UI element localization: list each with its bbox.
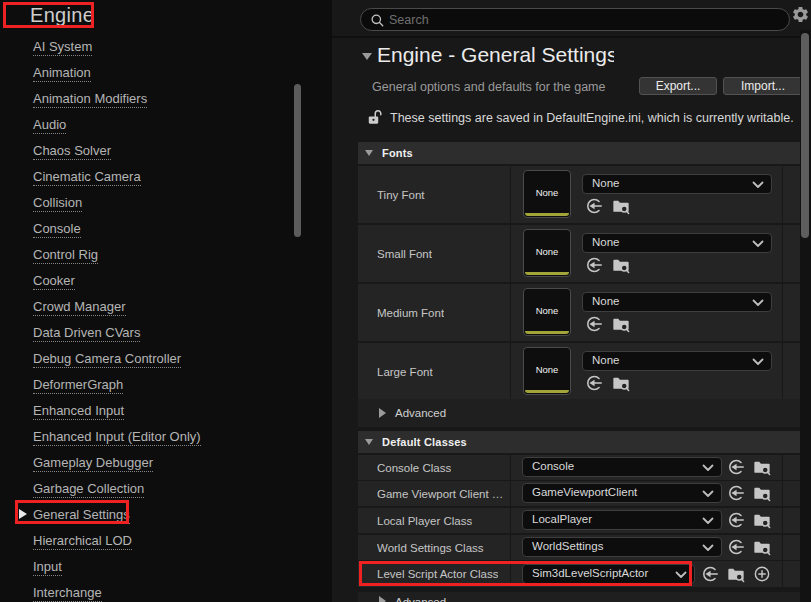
class-dropdown[interactable]: WorldSettings xyxy=(522,537,722,557)
sidebar-item-ai-system[interactable]: AI System xyxy=(0,33,292,59)
add-element-icon[interactable] xyxy=(753,565,771,583)
class-dropdown[interactable]: Sim3dLevelScriptActor xyxy=(522,564,695,584)
sidebar-item-console[interactable]: Console xyxy=(0,215,292,241)
use-selected-asset-icon[interactable] xyxy=(727,538,745,556)
setting-label: Game Viewport Client Class xyxy=(377,488,507,500)
asset-thumbnail[interactable]: None xyxy=(523,288,571,336)
section-header-fonts[interactable]: Fonts xyxy=(358,142,800,164)
export-button[interactable]: Export... xyxy=(639,77,717,95)
chevron-down-icon xyxy=(752,181,764,189)
advanced-expander-fonts[interactable]: Advanced xyxy=(358,399,800,427)
selected-item-pointer-icon xyxy=(19,509,27,519)
unlocked-padlock-icon xyxy=(367,107,383,127)
browse-to-asset-icon[interactable] xyxy=(753,538,771,556)
asset-dropdown[interactable]: None xyxy=(582,174,772,194)
sidebar-item-enhanced-input-editor-only[interactable]: Enhanced Input (Editor Only) xyxy=(0,423,292,449)
page-subtitle: General options and defaults for the gam… xyxy=(372,80,609,94)
ini-save-notice: These settings are saved in DefaultEngin… xyxy=(390,111,794,125)
sidebar-item-enhanced-input[interactable]: Enhanced Input xyxy=(0,397,292,423)
chevron-down-icon xyxy=(702,544,714,552)
sidebar-item-collision[interactable]: Collision xyxy=(0,189,292,215)
sidebar-category-list: AI System Animation Animation Modifiers … xyxy=(0,33,292,602)
sidebar-item-animation-modifiers[interactable]: Animation Modifiers xyxy=(0,85,292,111)
setting-label: Local Player Class xyxy=(377,515,472,527)
toolbar-divider xyxy=(332,36,811,38)
sidebar-item-deformergraph[interactable]: DeformerGraph xyxy=(0,371,292,397)
panel-scrollbar-thumb[interactable] xyxy=(801,33,809,238)
advanced-expander-classes[interactable]: Advanced xyxy=(358,592,800,602)
class-dropdown[interactable]: LocalPlayer xyxy=(522,510,722,530)
sidebar-item-crowd-manager[interactable]: Crowd Manager xyxy=(0,293,292,319)
gear-icon[interactable] xyxy=(791,5,810,24)
browse-to-asset-icon[interactable] xyxy=(612,374,630,392)
setting-row-local-player-class: Local Player Class LocalPlayer xyxy=(358,508,800,533)
search-bar[interactable] xyxy=(360,8,790,31)
class-dropdown[interactable]: GameViewportClient xyxy=(522,483,722,503)
browse-to-asset-icon[interactable] xyxy=(612,315,630,333)
browse-to-asset-icon[interactable] xyxy=(753,511,771,529)
use-selected-asset-icon[interactable] xyxy=(585,197,603,215)
setting-row-medium-font: Medium Font None None xyxy=(358,284,800,341)
use-selected-asset-icon[interactable] xyxy=(585,315,603,333)
expand-triangle-icon xyxy=(379,408,386,418)
setting-label: Level Script Actor Class xyxy=(377,568,498,580)
asset-thumbnail[interactable]: None xyxy=(523,347,571,395)
sidebar-item-chaos-solver[interactable]: Chaos Solver xyxy=(0,137,292,163)
setting-row-world-settings-class: World Settings Class WorldSettings xyxy=(358,535,800,560)
sidebar-item-debug-camera-controller[interactable]: Debug Camera Controller xyxy=(0,345,292,371)
asset-type-color-bar xyxy=(525,213,569,216)
sidebar-section-title: Engine xyxy=(30,4,94,27)
sidebar-item-audio[interactable]: Audio xyxy=(0,111,292,137)
setting-label: Small Font xyxy=(377,248,432,260)
import-button[interactable]: Import... xyxy=(723,77,803,95)
setting-row-level-script-actor-class: Level Script Actor Class Sim3dLevelScrip… xyxy=(358,561,800,587)
asset-dropdown[interactable]: None xyxy=(582,351,772,371)
chevron-down-icon xyxy=(702,464,714,472)
section-header-default-classes[interactable]: Default Classes xyxy=(358,431,800,453)
asset-thumbnail[interactable]: None xyxy=(523,170,571,218)
settings-category-sidebar: Engine AI System Animation Animation Mod… xyxy=(0,0,332,602)
use-selected-asset-icon[interactable] xyxy=(585,374,603,392)
sidebar-item-garbage-collection[interactable]: Garbage Collection xyxy=(0,475,292,501)
sidebar-item-control-rig[interactable]: Control Rig xyxy=(0,241,292,267)
chevron-down-icon xyxy=(675,571,687,579)
setting-row-tiny-font: Tiny Font None None xyxy=(358,166,800,223)
sidebar-item-cinematic-camera[interactable]: Cinematic Camera xyxy=(0,163,292,189)
use-selected-asset-icon[interactable] xyxy=(701,565,719,583)
use-selected-asset-icon[interactable] xyxy=(727,458,745,476)
search-input[interactable] xyxy=(389,9,779,30)
sidebar-item-cooker[interactable]: Cooker xyxy=(0,267,292,293)
sidebar-item-data-driven-cvars[interactable]: Data Driven CVars xyxy=(0,319,292,345)
asset-dropdown[interactable]: None xyxy=(582,233,772,253)
page-title: Engine - General Settings xyxy=(377,43,614,67)
collapse-title-icon[interactable] xyxy=(362,53,372,60)
sidebar-item-hierarchical-lod[interactable]: Hierarchical LOD xyxy=(0,527,292,553)
setting-label: Tiny Font xyxy=(377,189,425,201)
use-selected-asset-icon[interactable] xyxy=(585,256,603,274)
browse-to-asset-icon[interactable] xyxy=(727,565,745,583)
asset-dropdown[interactable]: None xyxy=(582,292,772,312)
chevron-down-icon xyxy=(752,358,764,366)
sidebar-item-gameplay-debugger[interactable]: Gameplay Debugger xyxy=(0,449,292,475)
sidebar-item-general-settings[interactable]: General Settings xyxy=(0,501,292,527)
setting-row-game-viewport-client-class: Game Viewport Client Class GameViewportC… xyxy=(358,481,800,506)
search-icon xyxy=(370,13,385,28)
sidebar-item-input[interactable]: Input xyxy=(0,553,292,579)
setting-label: Console Class xyxy=(377,462,451,474)
use-selected-asset-icon[interactable] xyxy=(727,511,745,529)
sidebar-scrollbar-thumb[interactable] xyxy=(294,84,301,237)
chevron-down-icon xyxy=(702,490,714,498)
collapse-section-icon xyxy=(365,439,373,445)
setting-label: World Settings Class xyxy=(377,542,484,554)
class-dropdown[interactable]: Console xyxy=(522,457,722,477)
use-selected-asset-icon[interactable] xyxy=(727,484,745,502)
sidebar-item-interchange[interactable]: Interchange xyxy=(0,579,292,602)
asset-thumbnail[interactable]: None xyxy=(523,229,571,277)
browse-to-asset-icon[interactable] xyxy=(612,256,630,274)
browse-to-asset-icon[interactable] xyxy=(753,458,771,476)
browse-to-asset-icon[interactable] xyxy=(753,484,771,502)
asset-type-color-bar xyxy=(525,390,569,393)
setting-row-small-font: Small Font None None xyxy=(358,225,800,282)
sidebar-item-animation[interactable]: Animation xyxy=(0,59,292,85)
browse-to-asset-icon[interactable] xyxy=(612,197,630,215)
